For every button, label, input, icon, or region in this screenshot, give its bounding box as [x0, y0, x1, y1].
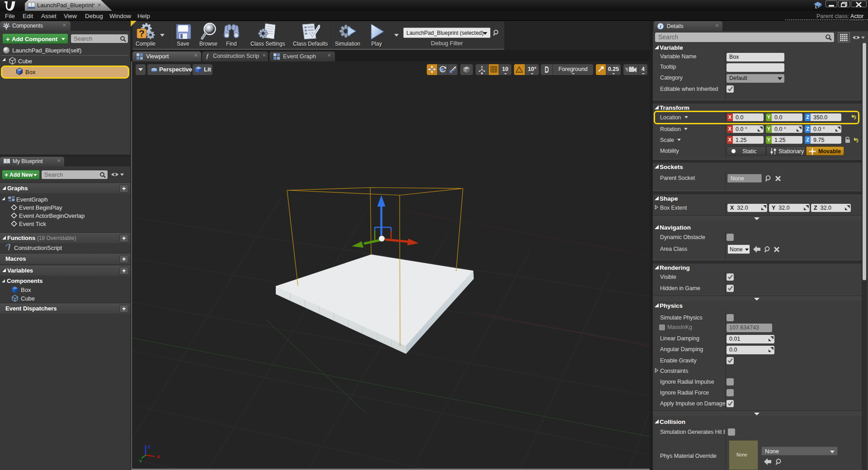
- svg-text:Z: Z: [148, 444, 151, 449]
- svg-text:Y: Y: [139, 459, 142, 464]
- svg-text:X: X: [157, 454, 160, 459]
- svg-text:?: ?: [139, 28, 145, 38]
